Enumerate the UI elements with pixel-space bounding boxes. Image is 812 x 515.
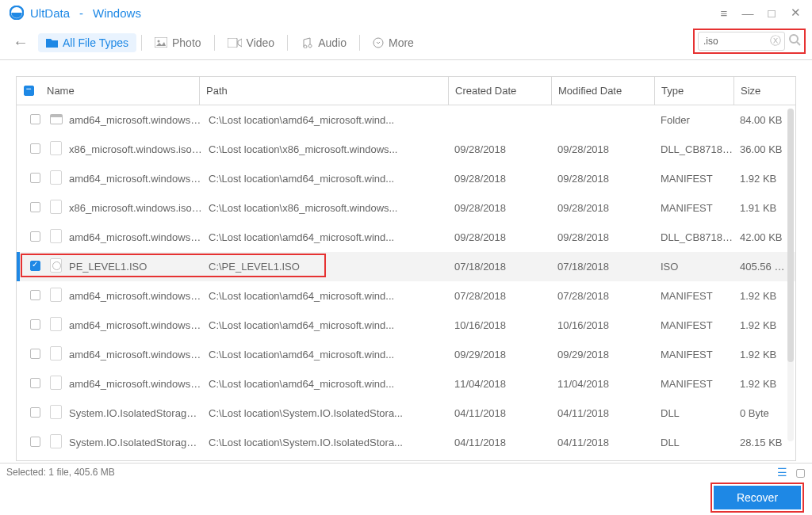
cell-size: 0 Byte <box>733 407 795 419</box>
row-checkbox[interactable] <box>30 290 40 300</box>
recover-highlight: Recover <box>710 483 804 513</box>
cell-path: C:\Lost location\x86_microsoft.windows..… <box>202 143 448 155</box>
close-button[interactable]: ✕ <box>783 1 807 25</box>
iso-icon <box>50 258 62 273</box>
row-checkbox[interactable] <box>30 437 40 447</box>
cell-modified: 04/11/2018 <box>551 407 654 419</box>
minimize-button[interactable]: — <box>736 1 760 25</box>
cell-name: System.IO.IsolatedStorage.dll <box>63 407 202 419</box>
file-icon <box>50 434 62 448</box>
cell-path: C:\Lost location\amd64_microsoft.wind... <box>202 173 448 185</box>
cell-created: 10/16/2018 <box>448 319 551 331</box>
filter-label: All File Types <box>63 36 128 49</box>
filter-photo[interactable]: Photo <box>147 33 209 52</box>
cell-type: MANIFEST <box>654 349 733 360</box>
cell-created: 07/28/2018 <box>448 290 551 302</box>
table-row[interactable]: amd64_microsoft.windows.isol...C:\Lost l… <box>17 281 795 311</box>
column-type[interactable]: Type <box>661 85 684 97</box>
cell-type: MANIFEST <box>654 378 733 390</box>
column-path[interactable]: Path <box>206 85 228 97</box>
filter-video[interactable]: Video <box>220 33 283 52</box>
cell-name: System.IO.IsolatedStorage.dll <box>63 437 202 448</box>
cell-created: 09/28/2018 <box>448 231 551 243</box>
app-title: UltData <box>30 6 70 20</box>
table-row[interactable]: System.IO.IsolatedStorage.dllC:\Lost loc… <box>17 399 795 428</box>
photo-icon <box>155 37 167 48</box>
table-row[interactable]: System.IO.IsolatedStorage.dllC:\Lost loc… <box>17 428 795 457</box>
view-grid-icon[interactable]: ▢ <box>795 466 806 479</box>
search-input[interactable] <box>702 35 756 48</box>
titlebar: UltData - Windows ≡ — □ ✕ <box>0 0 812 25</box>
clear-search-icon[interactable]: ⓧ <box>770 34 781 48</box>
file-icon <box>50 317 62 331</box>
cell-size: 36.00 KB <box>733 143 795 155</box>
svg-point-4 <box>373 38 383 48</box>
folder-icon <box>46 37 58 48</box>
row-checkbox[interactable] <box>30 407 40 418</box>
cell-modified: 07/18/2018 <box>551 261 654 273</box>
table-row[interactable]: amd64_microsoft.windows.isol...C:\Lost l… <box>17 311 795 340</box>
cell-name: amd64_microsoft.windows.isol... <box>63 319 202 331</box>
table-row[interactable]: amd64_microsoft.windows.isol...C:\Lost l… <box>17 340 795 369</box>
cell-created: 09/29/2018 <box>448 349 551 360</box>
cell-size: 1.92 KB <box>733 290 795 302</box>
audio-icon <box>301 37 313 48</box>
row-checkbox[interactable] <box>30 378 40 388</box>
cell-path: C:\Lost location\System.IO.IsolatedStora… <box>202 407 448 419</box>
row-checkbox[interactable] <box>30 261 40 271</box>
table-row[interactable]: amd64_microsoft.windows.isol...C:\Lost l… <box>17 164 795 193</box>
file-icon <box>50 170 62 185</box>
row-checkbox[interactable] <box>30 319 40 330</box>
filter-all-file-types[interactable]: All File Types <box>38 33 136 52</box>
column-modified[interactable]: Modified Date <box>558 85 622 97</box>
cell-name: PE_LEVEL1.ISO <box>63 261 202 273</box>
menu-icon[interactable]: ≡ <box>712 1 736 25</box>
view-list-icon[interactable]: ☰ <box>777 466 787 479</box>
column-size[interactable]: Size <box>741 85 760 97</box>
column-name[interactable]: Name <box>47 85 75 97</box>
recover-button[interactable]: Recover <box>714 486 801 509</box>
cell-type: DLL_CB87188C <box>654 231 733 243</box>
cell-name: amd64_microsoft.windows.isol... <box>63 173 202 185</box>
cell-type: DLL <box>654 437 733 448</box>
back-button[interactable]: ← <box>13 33 36 52</box>
svg-rect-3 <box>228 38 237 48</box>
table-row[interactable]: amd64_microsoft.windows.isol...C:\Lost l… <box>17 369 795 399</box>
row-checkbox[interactable] <box>30 114 40 124</box>
filter-label: Audio <box>318 36 347 49</box>
cell-size: 84.00 KB <box>733 114 795 126</box>
select-all-checkbox[interactable] <box>24 86 34 96</box>
cell-size: 28.15 KB <box>733 437 795 448</box>
row-checkbox[interactable] <box>30 349 40 359</box>
file-list: Name Path Created Date Modified Date Typ… <box>16 76 796 461</box>
cell-created: 11/04/2018 <box>448 378 551 390</box>
column-created[interactable]: Created Date <box>455 85 516 97</box>
row-checkbox[interactable] <box>30 202 40 212</box>
scrollbar-thumb[interactable] <box>787 109 794 362</box>
row-checkbox[interactable] <box>30 173 40 183</box>
file-icon <box>50 346 62 360</box>
footer: Recover <box>0 480 812 515</box>
filter-audio[interactable]: Audio <box>293 33 354 52</box>
cell-created: 09/28/2018 <box>448 202 551 214</box>
file-icon <box>50 405 62 419</box>
cell-name: amd64_microsoft.windows.isol... <box>63 231 202 243</box>
cell-path: C:\Lost location\amd64_microsoft.wind... <box>202 231 448 243</box>
search-icon[interactable] <box>788 33 801 49</box>
row-checkbox[interactable] <box>30 143 40 154</box>
table-row[interactable]: x86_microsoft.windows.isolatio...C:\Lost… <box>17 135 795 164</box>
filter-more[interactable]: More <box>365 33 422 52</box>
table-row[interactable]: amd64_microsoft.windows.isol...C:\Lost l… <box>17 223 795 252</box>
table-row[interactable]: PE_LEVEL1.ISOC:\PE_LEVEL1.ISO07/18/20180… <box>17 252 795 281</box>
svg-line-6 <box>797 42 800 45</box>
title-sep: - <box>79 6 83 20</box>
maximize-button[interactable]: □ <box>760 1 783 25</box>
row-checkbox[interactable] <box>30 231 40 242</box>
search-highlight: ⓧ <box>693 29 806 54</box>
table-row[interactable]: amd64_microsoft.windows.isol...C:\Lost l… <box>17 105 795 135</box>
file-icon <box>50 229 62 243</box>
cell-modified: 09/28/2018 <box>551 173 654 185</box>
cell-name: x86_microsoft.windows.isolatio... <box>63 202 202 214</box>
table-row[interactable]: x86_microsoft.windows.isolatio...C:\Lost… <box>17 193 795 223</box>
cell-type: ISO <box>654 261 733 273</box>
